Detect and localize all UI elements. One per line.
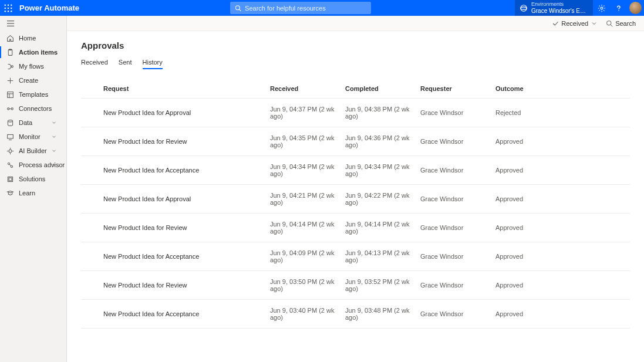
tab-received[interactable]: Received: [81, 56, 108, 69]
sidebar-item-label: My flows: [19, 63, 44, 70]
sidebar-item-learn[interactable]: Learn: [0, 186, 66, 200]
svg-point-11: [521, 5, 527, 11]
table-row[interactable]: New Product Idea for ReviewJun 9, 04:14 …: [81, 214, 630, 242]
sidebar-item-monitor[interactable]: Monitor: [0, 130, 66, 144]
sidebar-item-label: Data: [19, 119, 32, 126]
ai-icon: [6, 147, 14, 155]
table-row[interactable]: New Product Idea for ApprovalJun 9, 04:2…: [81, 185, 630, 214]
column-request[interactable]: Request: [101, 80, 268, 99]
cell-request: New Product Idea for Acceptance: [101, 300, 268, 329]
cell-outcome: Rejected: [493, 99, 630, 127]
sidebar-item-label: Solutions: [19, 175, 45, 182]
settings-button[interactable]: [593, 0, 610, 16]
sidebar-item-label: Home: [19, 35, 36, 42]
chevron-down-icon: [51, 120, 57, 126]
svg-point-32: [9, 150, 12, 153]
table-row[interactable]: New Product Idea for ApprovalJun 9, 04:3…: [81, 99, 630, 127]
topbar: Power Automate Environments Grace Windso…: [0, 0, 644, 16]
tab-history[interactable]: History: [143, 56, 163, 69]
chevron-down-icon: [591, 20, 598, 27]
table-row[interactable]: New Product Idea for AcceptanceJun 9, 04…: [81, 156, 630, 185]
flow-icon: [6, 63, 14, 70]
table-row[interactable]: New Product Idea for ReviewJun 9, 04:35 …: [81, 127, 630, 156]
chevron-down-icon: [51, 148, 57, 154]
sidebar-item-label: Create: [19, 77, 38, 84]
environment-picker[interactable]: Environments Grace Windsor's Enviro...: [515, 0, 593, 16]
cell-request: New Product Idea for Approval: [101, 185, 268, 214]
sidebar-item-label: Monitor: [19, 133, 41, 140]
sidebar-item-templates[interactable]: Templates: [0, 87, 66, 102]
environment-name: Grace Windsor's Enviro...: [531, 8, 588, 14]
svg-line-10: [240, 9, 241, 11]
sidebar-item-create[interactable]: Create: [0, 73, 66, 87]
plus-icon: [6, 77, 14, 84]
svg-point-29: [8, 120, 12, 121]
search-icon: [235, 5, 241, 12]
sidebar-item-action-items[interactable]: Action items: [0, 45, 66, 59]
cell-completed: Jun 9, 04:13 PM (2 wk ago): [343, 242, 418, 271]
search-command[interactable]: Search: [606, 20, 636, 27]
global-search-input[interactable]: [245, 5, 366, 12]
sidebar: HomeAction itemsMy flowsCreateTemplatesC…: [0, 16, 67, 362]
cell-requester: Grace Windsor: [418, 300, 493, 329]
cell-requester: Grace Windsor: [418, 242, 493, 271]
svg-point-14: [618, 10, 619, 11]
cell-outcome: Approved: [493, 242, 630, 271]
svg-point-7: [7, 11, 8, 12]
environment-label: Environments: [531, 2, 588, 8]
column-completed[interactable]: Completed: [343, 80, 418, 99]
svg-rect-23: [8, 92, 14, 97]
tab-sent[interactable]: Sent: [119, 56, 132, 69]
cell-received: Jun 9, 04:21 PM (2 wk ago): [268, 185, 343, 214]
table-row[interactable]: New Product Idea for ReviewJun 9, 03:50 …: [81, 271, 630, 300]
cell-completed: Jun 9, 03:48 PM (2 wk ago): [343, 300, 418, 329]
svg-point-8: [11, 11, 12, 12]
help-button[interactable]: [610, 0, 627, 16]
gear-icon: [598, 4, 606, 12]
svg-point-1: [7, 4, 8, 5]
column-outcome[interactable]: Outcome: [493, 80, 630, 99]
filter-dropdown[interactable]: Received: [552, 20, 598, 27]
clipboard-icon: [6, 49, 14, 56]
command-bar: Received Search: [67, 16, 644, 31]
sidebar-item-ai-builder[interactable]: AI Builder: [0, 144, 66, 158]
cell-requester: Grace Windsor: [418, 127, 493, 156]
user-avatar[interactable]: [629, 2, 642, 14]
svg-point-12: [521, 6, 527, 9]
sidebar-item-data[interactable]: Data: [0, 116, 66, 130]
cell-requester: Grace Windsor: [418, 156, 493, 185]
app-launcher-button[interactable]: [0, 0, 16, 16]
chevron-down-icon: [51, 134, 57, 140]
cell-outcome: Approved: [493, 185, 630, 214]
search-icon: [606, 20, 613, 27]
sidebar-item-process-advisor[interactable]: Process advisor: [0, 158, 66, 172]
cell-outcome: Approved: [493, 300, 630, 329]
sidebar-item-home[interactable]: Home: [0, 31, 66, 45]
solutions-icon: [6, 175, 14, 183]
sidebar-item-label: Learn: [19, 190, 35, 197]
cell-received: Jun 9, 03:50 PM (2 wk ago): [268, 271, 343, 300]
app-title: Power Automate: [19, 4, 79, 12]
global-search[interactable]: [230, 2, 371, 14]
cell-requester: Grace Windsor: [418, 214, 493, 242]
sidebar-item-my-flows[interactable]: My flows: [0, 59, 66, 73]
sidebar-item-connectors[interactable]: Connectors: [0, 102, 66, 116]
cell-completed: Jun 9, 04:36 PM (2 wk ago): [343, 127, 418, 156]
cell-completed: Jun 9, 04:14 PM (2 wk ago): [343, 214, 418, 242]
column-requester[interactable]: Requester: [418, 80, 493, 99]
cell-completed: Jun 9, 04:34 PM (2 wk ago): [343, 156, 418, 185]
cell-received: Jun 9, 04:35 PM (2 wk ago): [268, 127, 343, 156]
page-title: Approvals: [81, 40, 630, 50]
table-row[interactable]: New Product Idea for AcceptanceJun 9, 04…: [81, 242, 630, 271]
sidebar-item-label: AI Builder: [19, 147, 47, 154]
column-received[interactable]: Received: [268, 80, 343, 99]
table-row[interactable]: New Product Idea for AcceptanceJun 9, 03…: [81, 300, 630, 329]
svg-point-4: [7, 7, 8, 8]
sidebar-toggle[interactable]: [0, 16, 66, 31]
cell-requester: Grace Windsor: [418, 185, 493, 214]
svg-point-3: [4, 7, 5, 8]
learn-icon: [6, 190, 14, 197]
cell-request: New Product Idea for Review: [101, 271, 268, 300]
sidebar-item-solutions[interactable]: Solutions: [0, 172, 66, 186]
cell-received: Jun 9, 04:34 PM (2 wk ago): [268, 156, 343, 185]
